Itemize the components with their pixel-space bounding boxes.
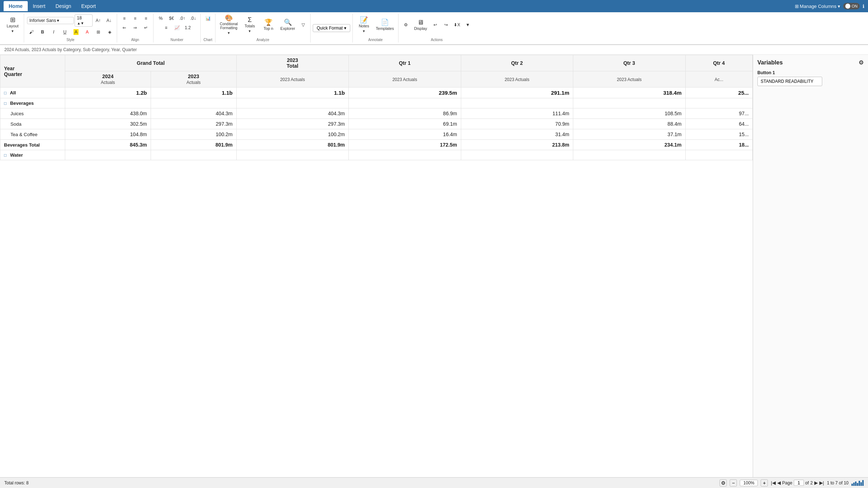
juices-qtr2: 111.4m — [461, 108, 573, 119]
all-label: All — [10, 90, 16, 95]
chevron-down-icon: ▾ — [838, 4, 840, 9]
explorer-icon: 🔍 — [284, 19, 292, 26]
all-collapse-icon[interactable]: □ — [4, 90, 6, 95]
toggle-switch[interactable]: ON — [843, 3, 860, 9]
number-format-button[interactable]: 1.2 — [183, 24, 193, 32]
ribbon: ⊞ Layout ▾ Inforiver Sans ▾ 18 ▲▼ A↑ A↓ — [0, 12, 868, 45]
underline-button[interactable]: U — [60, 28, 70, 36]
decimal-less-button[interactable]: .0↓ — [188, 14, 198, 22]
totals-dropdown-icon: ▾ — [249, 29, 251, 33]
page-number-input[interactable] — [794, 480, 804, 486]
prev-page-button[interactable]: ◀ — [777, 480, 781, 485]
conditional-formatting-label: ConditionalFormatting — [220, 22, 238, 30]
decimal-more-button[interactable]: .0↑ — [177, 14, 187, 22]
explorer-label: Explorer — [280, 26, 295, 31]
ribbon-group-quick-format: Quick Format ▾ — [311, 14, 353, 42]
bev-total-2023: 801.9m — [236, 140, 349, 150]
first-page-button[interactable]: |◀ — [771, 480, 775, 485]
display-button[interactable]: 🖥 Display — [411, 14, 429, 35]
panel-settings-button[interactable]: ⚙ — [859, 59, 864, 66]
quick-format-button[interactable]: Quick Format ▾ — [313, 24, 350, 32]
display-label: Display — [414, 26, 427, 31]
ribbon-group-annotate: 📝 Notes ▾ 📄 Templates Annotate — [353, 14, 399, 42]
notes-button[interactable]: 📝 Notes ▾ — [355, 14, 373, 35]
last-page-button[interactable]: ▶| — [819, 480, 824, 485]
font-size-box[interactable]: 18 ▲▼ — [75, 14, 93, 27]
font-shrink-button[interactable]: A↓ — [104, 17, 114, 24]
currency-button[interactable]: $€ — [166, 14, 177, 22]
info-button[interactable]: ℹ — [863, 4, 864, 9]
records-label: 1 to 7 of 10 — [827, 480, 849, 485]
info-icon: ℹ — [863, 4, 864, 9]
font-color-icon: A — [86, 30, 89, 35]
redo-button[interactable]: ↪ — [441, 21, 451, 29]
wrap-text-button[interactable]: ↵ — [141, 24, 151, 32]
table-header-row-1: Year Quarter Grand Total 2023 Total Qtr … — [0, 55, 753, 71]
toggle-circle — [845, 4, 850, 9]
align-right-button[interactable]: ≡ — [141, 14, 151, 22]
next-page-icon: ▶ — [814, 480, 818, 485]
align-center-button[interactable]: ≡ — [130, 14, 140, 22]
tab-home[interactable]: Home — [4, 1, 28, 11]
chart-type-button[interactable]: 📊 — [203, 14, 213, 22]
tea-total-2023: 100.2m — [236, 129, 349, 140]
paint-format-button[interactable]: 🖌 — [26, 28, 36, 36]
tab-insert[interactable]: Insert — [28, 1, 50, 11]
templates-button[interactable]: 📄 Templates — [374, 14, 396, 35]
tea-grand-2023: 100.2m — [151, 129, 236, 140]
water-total-2023 — [236, 150, 349, 160]
align-right-icon: ≡ — [144, 16, 147, 21]
mini-bar-3 — [855, 482, 856, 486]
pct-icon: % — [159, 16, 163, 21]
settings-button[interactable]: ⚙ — [401, 21, 411, 29]
filter-button[interactable]: ▽ — [298, 21, 308, 29]
button1-label: Button 1 — [757, 70, 864, 75]
font-grow-button[interactable]: A↑ — [93, 17, 103, 24]
zoom-out-button[interactable]: − — [730, 479, 737, 487]
tab-export[interactable]: Export — [76, 1, 101, 11]
font-color-button[interactable]: A — [82, 28, 92, 36]
tea-qtr1: 16.4m — [349, 129, 461, 140]
chevron-down-icon: ▾ — [12, 29, 14, 33]
number-align-button[interactable]: ≡ — [161, 24, 171, 32]
beverages-collapse-icon[interactable]: □ — [4, 101, 6, 106]
manage-columns-button[interactable]: ⊞ Manage Columns ▾ — [795, 4, 840, 9]
beverages-grand-2023 — [151, 98, 236, 108]
borders-button[interactable]: ⊞ — [93, 28, 103, 36]
cell-style-button[interactable]: ◈ — [104, 28, 115, 36]
juices-row-label: Juices — [0, 108, 65, 119]
number-chart-button[interactable]: 📈 — [172, 24, 182, 32]
qtr3-header: Qtr 3 — [573, 55, 686, 71]
decimal-more-icon: .0↑ — [179, 16, 185, 21]
ribbon-group-style: Inforiver Sans ▾ 18 ▲▼ A↑ A↓ 🖌 B I U A A… — [25, 14, 117, 42]
indent-less-button[interactable]: ⇐ — [119, 24, 129, 32]
font-selector[interactable]: Inforiver Sans ▾ — [27, 17, 74, 24]
total-rows-label: Total rows: 8 — [4, 480, 28, 485]
templates-label: Templates — [376, 26, 394, 31]
italic-button[interactable]: I — [49, 28, 59, 36]
water-collapse-icon[interactable]: □ — [4, 153, 6, 158]
ribbon-group-analyze: 🎨 ConditionalFormatting ▾ Σ Totals ▾ 🏆 T… — [216, 14, 311, 42]
next-page-button[interactable]: ▶ — [814, 480, 818, 485]
totals-button[interactable]: Σ Totals ▾ — [241, 14, 259, 35]
tab-design[interactable]: Design — [50, 1, 76, 11]
filter2-button[interactable]: ▼ — [463, 21, 473, 29]
zoom-in-button[interactable]: + — [761, 479, 768, 487]
quick-format-label: Quick Format — [317, 26, 343, 31]
highlight-button[interactable]: A — [71, 28, 81, 36]
top-n-button[interactable]: 🏆 Top n — [259, 14, 277, 35]
pct-button[interactable]: % — [156, 14, 166, 22]
layout-button[interactable]: ⊞ Layout ▾ — [4, 14, 22, 35]
button1-input[interactable] — [757, 77, 822, 86]
bold-button[interactable]: B — [37, 28, 48, 36]
ribbon-group-layout: ⊞ Layout ▾ — [2, 14, 24, 42]
settings-status-button[interactable]: ⚙ — [720, 479, 727, 487]
undo-button[interactable]: ↩ — [430, 21, 440, 29]
export-excel-button[interactable]: ⬇X — [452, 21, 462, 29]
conditional-formatting-button[interactable]: 🎨 ConditionalFormatting ▾ — [218, 14, 240, 35]
borders-icon: ⊞ — [97, 30, 100, 35]
indent-more-button[interactable]: ⇒ — [130, 24, 140, 32]
align-left-button[interactable]: ≡ — [119, 14, 129, 22]
explorer-button[interactable]: 🔍 Explorer — [278, 14, 297, 35]
tea-coffee-row-label: Tea & Coffee — [0, 129, 65, 140]
